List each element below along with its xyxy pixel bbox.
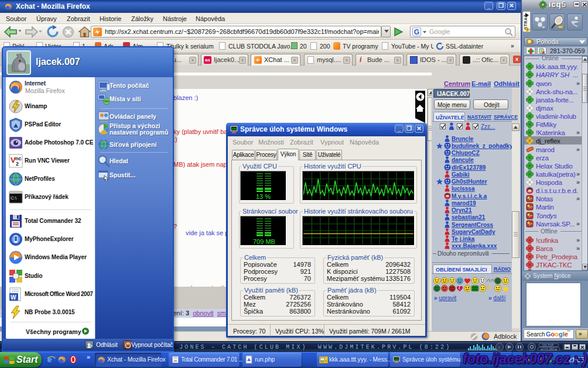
svg-text:◄COLSBD►: ◄COLSBD► bbox=[540, 348, 558, 351]
svg-text:♪: ♪ bbox=[498, 345, 500, 350]
svg-text:C:\: C:\ bbox=[11, 195, 17, 201]
svg-text:W: W bbox=[11, 294, 16, 301]
svg-text:2: 2 bbox=[16, 161, 19, 167]
svg-text:ON TOP: ON TOP bbox=[542, 343, 554, 347]
